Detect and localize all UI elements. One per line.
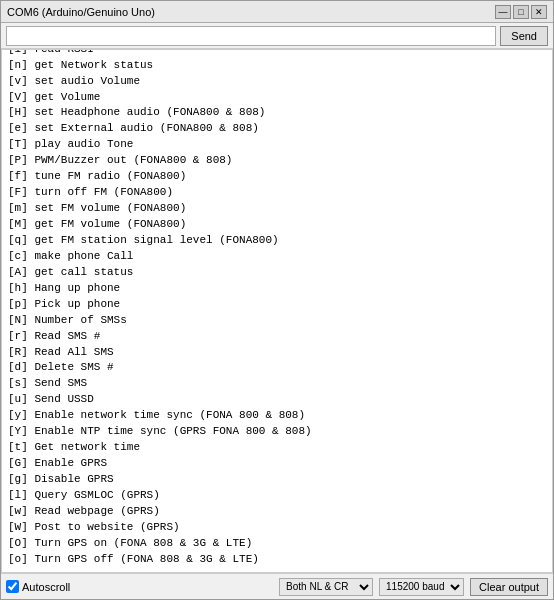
- main-window: COM6 (Arduino/Genuino Uno) — □ ✕ Send [?…: [0, 0, 554, 600]
- serial-input[interactable]: [6, 26, 496, 46]
- line-ending-select[interactable]: Both NL & CR No line ending Newline Carr…: [279, 578, 373, 596]
- baud-rate-select[interactable]: 115200 baud 300 baud 9600 baud 57600 bau…: [379, 578, 464, 596]
- status-bar: Autoscroll Both NL & CR No line ending N…: [1, 573, 553, 599]
- maximize-button[interactable]: □: [513, 5, 529, 19]
- autoscroll-text: Autoscroll: [22, 581, 70, 593]
- autoscroll-checkbox[interactable]: [6, 580, 19, 593]
- title-bar: COM6 (Arduino/Genuino Uno) — □ ✕: [1, 1, 553, 23]
- console-text: [?] Print this menu [a] read the ADC 2.8…: [8, 49, 546, 568]
- send-button[interactable]: Send: [500, 26, 548, 46]
- minimize-button[interactable]: —: [495, 5, 511, 19]
- window-controls: — □ ✕: [495, 5, 547, 19]
- autoscroll-label[interactable]: Autoscroll: [6, 580, 70, 593]
- window-title: COM6 (Arduino/Genuino Uno): [7, 6, 155, 18]
- console-output: [?] Print this menu [a] read the ADC 2.8…: [1, 49, 553, 573]
- clear-output-button[interactable]: Clear output: [470, 578, 548, 596]
- input-bar: Send: [1, 23, 553, 49]
- close-button[interactable]: ✕: [531, 5, 547, 19]
